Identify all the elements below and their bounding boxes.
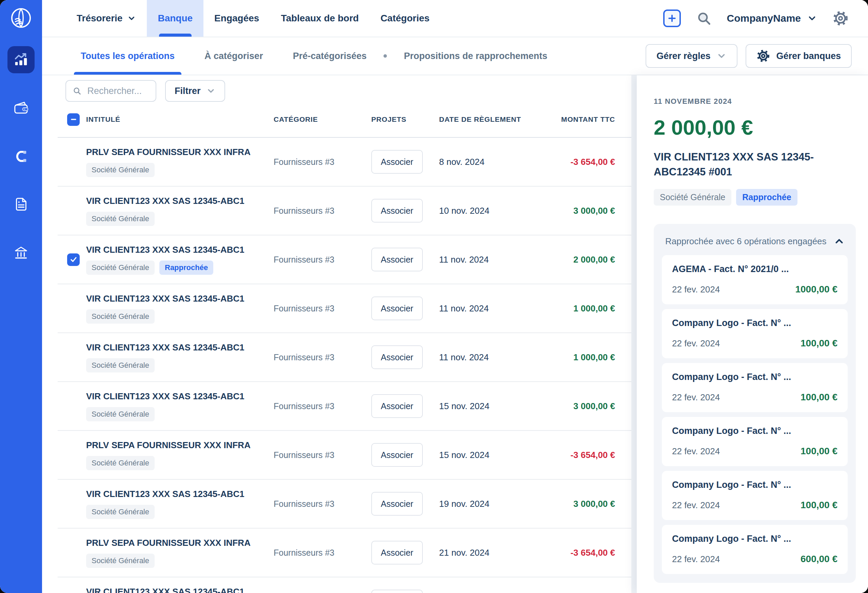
table-row[interactable]: VIR CLIENT123 XXX SAS 12345-ABC1 Société… bbox=[58, 382, 631, 431]
tab-toutes-les-operations[interactable]: Toutes les opérations bbox=[66, 37, 189, 75]
manage-rules-button[interactable]: Gérer règles bbox=[645, 44, 737, 68]
operation-date: 11 nov. 2024 bbox=[439, 303, 541, 314]
select-all-checkbox[interactable] bbox=[67, 113, 80, 126]
search-input[interactable] bbox=[86, 86, 149, 97]
app-logo-icon[interactable] bbox=[10, 7, 31, 28]
operation-title: PRLV SEPA FOURNISSEUR XXX INFRA bbox=[86, 440, 274, 451]
nav-item-label: Catégories bbox=[381, 13, 430, 24]
chevron-down-icon bbox=[716, 51, 726, 61]
engaged-operation-amount: 100,00 € bbox=[800, 392, 837, 403]
operation-title: VIR CLIENT123 XXX SAS 12345-ABC1 bbox=[86, 245, 274, 255]
tab-propositions-rapprochements[interactable]: Propositions de rapprochements bbox=[389, 37, 562, 75]
engaged-operation-card[interactable]: Company Logo - Fact. N° ... 22 fev. 2024… bbox=[662, 417, 848, 466]
chevron-down-icon bbox=[807, 13, 817, 24]
operation-title: VIR CLIENT123 XXX SAS 12345-ABC1 bbox=[86, 489, 274, 499]
table-row[interactable]: VIR CLIENT123 XXX SAS 12345-ABC1 Société… bbox=[58, 480, 631, 528]
operation-category: Fournisseurs #3 bbox=[274, 548, 371, 558]
associate-button[interactable]: Associer bbox=[371, 541, 423, 565]
table-row[interactable]: VIR CLIENT123 XXX SAS 12345-ABC1 Société… bbox=[58, 333, 631, 382]
associate-button[interactable]: Associer bbox=[371, 492, 423, 516]
operation-amount: -3 654,00 € bbox=[541, 157, 615, 167]
table-row[interactable]: PRLV SEPA FOURNISSEUR XXX INFRA Société … bbox=[58, 138, 631, 186]
table-row[interactable]: PRLV SEPA FOURNISSEUR XXX INFRA Société … bbox=[58, 431, 631, 480]
manage-banks-label: Gérer banques bbox=[776, 51, 841, 61]
operation-amount: 3 000,00 € bbox=[541, 206, 615, 216]
operation-category: Fournisseurs #3 bbox=[274, 304, 371, 314]
nav-item-tresorerie[interactable]: Trésorerie bbox=[66, 0, 147, 37]
table-row[interactable]: VIR CLIENT123 XXX SAS 12345-ABC1 Société… bbox=[58, 284, 631, 333]
associate-button[interactable]: Associer bbox=[371, 297, 423, 320]
search-icon bbox=[73, 86, 81, 96]
associate-button[interactable]: Associer bbox=[371, 199, 423, 223]
engaged-operation-title: Company Logo - Fact. N° ... bbox=[672, 318, 837, 328]
operation-category: Fournisseurs #3 bbox=[274, 499, 371, 509]
operation-category: Fournisseurs #3 bbox=[274, 352, 371, 362]
bank-badge: Société Générale bbox=[86, 407, 155, 421]
nav-item-categories[interactable]: Catégories bbox=[370, 0, 440, 37]
sidebar-item-reconciliation[interactable] bbox=[7, 142, 35, 170]
operation-date: 10 nov. 2024 bbox=[439, 206, 541, 216]
magnet-icon bbox=[13, 148, 29, 164]
reconciled-operations-label: Rapprochée avec 6 opérations engagées bbox=[665, 236, 827, 247]
sidebar-item-documents[interactable] bbox=[7, 191, 35, 218]
company-switcher[interactable]: CompanyName bbox=[727, 13, 817, 24]
detail-title: VIR CLIENT123 XXX SAS 12345-ABC12345 #00… bbox=[654, 149, 856, 179]
operation-category: Fournisseurs #3 bbox=[274, 450, 371, 460]
operation-date: 15 nov. 2024 bbox=[439, 401, 541, 411]
engaged-operation-date: 22 fev. 2024 bbox=[672, 500, 720, 510]
tab-label: Pré-catégorisées bbox=[293, 51, 367, 61]
engaged-operation-card[interactable]: AGEMA - Fact. N° 2021/0 ... 22 fev. 2024… bbox=[662, 255, 848, 304]
sidebar-item-wallet[interactable] bbox=[7, 94, 35, 121]
quick-add-button[interactable] bbox=[663, 9, 681, 27]
associate-button[interactable]: Associer bbox=[371, 590, 423, 593]
table-row-selected[interactable]: VIR CLIENT123 XXX SAS 12345-ABC1 Société… bbox=[58, 235, 631, 284]
engaged-operation-title: Company Logo - Fact. N° ... bbox=[672, 372, 837, 382]
engaged-operation-card[interactable]: Company Logo - Fact. N° ... 22 fev. 2024… bbox=[662, 309, 848, 358]
wallet-icon bbox=[13, 100, 29, 116]
settings-button[interactable] bbox=[833, 10, 848, 26]
table-row[interactable]: VIR CLIENT123 XXX SAS 12345-ABC1 Société… bbox=[58, 186, 631, 235]
tab-pre-categorisees[interactable]: Pré-catégorisées bbox=[278, 37, 382, 75]
associate-button[interactable]: Associer bbox=[371, 345, 423, 369]
associate-button[interactable]: Associer bbox=[371, 394, 423, 418]
sidebar-nav bbox=[7, 46, 35, 266]
table-row[interactable]: VIR CLIENT123 XXX SAS 12345-ABC1 Société… bbox=[58, 577, 631, 593]
engaged-operation-date: 22 fev. 2024 bbox=[672, 284, 720, 295]
global-search-button[interactable] bbox=[697, 11, 712, 26]
tab-separator-dot bbox=[384, 54, 387, 58]
search-box bbox=[65, 80, 156, 102]
tab-label: Propositions de rapprochements bbox=[404, 51, 547, 61]
app-window: Trésorerie Banque Engagées Tableaux de b… bbox=[0, 0, 868, 593]
filter-button[interactable]: Filtrer bbox=[165, 80, 225, 102]
nav-item-banque[interactable]: Banque bbox=[147, 0, 204, 37]
bank-badge: Société Générale bbox=[86, 260, 155, 275]
associate-button[interactable]: Associer bbox=[371, 248, 423, 271]
row-checkbox-checked[interactable] bbox=[67, 253, 80, 266]
top-navigation-bar: Trésorerie Banque Engagées Tableaux de b… bbox=[42, 0, 868, 37]
bank-badge: Société Générale bbox=[86, 505, 155, 519]
detail-date: 11 NOVEMBRE 2024 bbox=[654, 97, 856, 106]
operation-title: VIR CLIENT123 XXX SAS 12345-ABC1 bbox=[86, 342, 274, 353]
engaged-operation-card[interactable]: Company Logo - Fact. N° ... 22 fev. 2024… bbox=[662, 525, 848, 574]
associate-button[interactable]: Associer bbox=[371, 443, 423, 467]
bank-badge: Société Générale bbox=[86, 163, 155, 177]
sidebar-item-bank-analytics[interactable] bbox=[7, 46, 35, 73]
reconciled-operations-header[interactable]: Rapprochée avec 6 opérations engagées bbox=[662, 232, 848, 255]
sidebar-item-banks[interactable] bbox=[7, 239, 35, 266]
manage-banks-button[interactable]: Gérer banques bbox=[745, 44, 852, 68]
operation-date: 21 nov. 2024 bbox=[439, 547, 541, 558]
nav-item-tableaux-de-bord[interactable]: Tableaux de bord bbox=[270, 0, 370, 37]
operation-amount: 1 000,00 € bbox=[541, 303, 615, 314]
engaged-operation-title: Company Logo - Fact. N° ... bbox=[672, 480, 837, 490]
table-row[interactable]: PRLV SEPA FOURNISSEUR XXX INFRA Société … bbox=[58, 528, 631, 577]
nav-item-engagees[interactable]: Engagées bbox=[204, 0, 270, 37]
chevron-up-icon bbox=[833, 235, 845, 247]
chevron-down-icon bbox=[206, 86, 216, 96]
tab-a-categoriser[interactable]: À catégoriser bbox=[189, 37, 278, 75]
operation-date: 15 nov. 2024 bbox=[439, 450, 541, 460]
bank-badge: Société Générale bbox=[86, 358, 155, 373]
engaged-operation-card[interactable]: Company Logo - Fact. N° ... 22 fev. 2024… bbox=[662, 471, 848, 520]
nav-item-label: Trésorerie bbox=[77, 13, 123, 24]
associate-button[interactable]: Associer bbox=[371, 150, 423, 174]
engaged-operation-card[interactable]: Company Logo - Fact. N° ... 22 fev. 2024… bbox=[662, 363, 848, 412]
